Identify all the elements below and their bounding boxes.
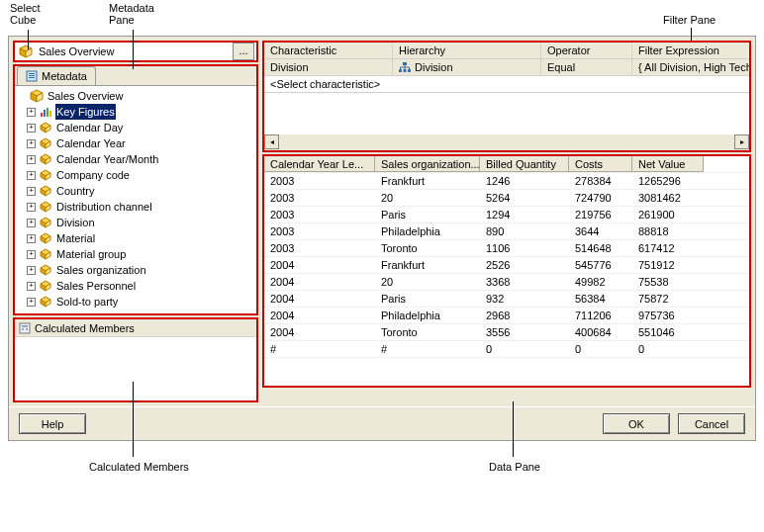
data-header-cell[interactable]: Costs [569,156,632,172]
filter-cell-expression[interactable]: { All Division, High Tech } [632,59,749,75]
data-cell: 751912 [632,257,704,273]
expand-icon[interactable]: + [27,234,36,243]
filter-cell-operator[interactable]: Equal [541,59,632,75]
scroll-right-icon[interactable]: ▸ [734,134,749,149]
data-row[interactable]: 2004Frankfurt2526545776751912 [264,257,749,274]
expand-icon[interactable]: + [27,171,36,180]
expand-icon[interactable]: + [27,155,36,164]
expand-icon[interactable]: + [27,266,36,275]
anno-select-cube: Select Cube [10,2,41,26]
data-row[interactable]: 20042033684998275538 [264,274,749,291]
calc-icon [19,322,31,334]
expand-icon[interactable]: + [27,187,36,196]
expand-icon[interactable]: + [27,250,36,259]
tree-item[interactable]: +Calendar Day [17,120,254,135]
filter-cell-hierarchy[interactable]: Division [393,59,541,75]
filter-placeholder-row[interactable]: <Select characteristic> [264,76,749,93]
scroll-left-icon[interactable]: ◂ [264,134,279,149]
cancel-button[interactable]: Cancel [678,413,745,434]
filter-row[interactable]: Division Division Equal { All Division, … [264,59,749,76]
tree-item[interactable]: +Company code [17,167,254,183]
data-cell: Paris [375,207,480,222]
data-header-cell[interactable]: Sales organization... [375,156,480,172]
data-row[interactable]: 2003Paris1294219756261900 [264,207,749,223]
expand-icon[interactable]: + [27,282,36,291]
data-row[interactable]: 20032052647247903081462 [264,190,749,207]
anno-filter-pane: Filter Pane [663,14,716,26]
data-row[interactable]: 2004Paris9325638475872 [264,291,749,308]
dimension-icon [39,136,52,150]
data-cell: 2003 [264,223,375,239]
tree-item[interactable]: +Calendar Year [17,135,254,151]
data-cell: 2004 [264,274,375,290]
data-cell: 75872 [632,291,704,307]
tree-item[interactable]: +Sold-to party [17,294,254,310]
tab-metadata[interactable]: Metadata [17,66,96,85]
calc-header-label: Calculated Members [35,322,135,334]
tree-item-label: Sold-to party [55,294,119,310]
measure-icon [39,105,52,119]
svg-rect-5 [29,75,35,76]
data-pane: Calendar Year Le...Sales organization...… [262,154,751,388]
tree-item-label: Calendar Year/Month [55,151,159,167]
data-header-cell[interactable]: Calendar Year Le... [264,156,375,172]
data-cell: 545776 [569,257,632,273]
data-cell: 711206 [569,308,632,323]
browse-button[interactable]: ... [233,43,254,60]
data-row[interactable]: 2004Philadelphia2968711206975736 [264,308,749,324]
expand-icon[interactable]: + [27,139,36,148]
dimension-icon [39,200,52,214]
expand-icon[interactable]: + [27,203,36,212]
data-cell: 975736 [632,308,704,323]
data-row[interactable]: 2004Toronto3556400684551046 [264,324,749,341]
data-cell: 1246 [480,173,569,189]
expand-icon[interactable]: + [27,219,36,227]
tree-item[interactable]: +Country [17,183,254,199]
anno-data-pane: Data Pane [489,461,540,473]
help-button[interactable]: Help [19,413,86,434]
bottom-annotations: Calculated Members Data Pane [0,441,764,477]
filter-header-expression[interactable]: Filter Expression [632,43,749,58]
tree-item[interactable]: +Distribution channel [17,199,254,215]
svg-rect-12 [47,108,48,117]
tree-item[interactable]: +Sales organization [17,262,254,278]
data-row[interactable]: ##000 [264,341,749,358]
tree-item-label: Calendar Day [55,120,124,135]
data-row[interactable]: 2003Frankfurt12462783841265296 [264,173,749,190]
cube-icon [30,89,44,103]
filter-placeholder[interactable]: <Select characteristic> [264,76,386,92]
svg-rect-55 [399,69,402,72]
filter-cell-characteristic[interactable]: Division [264,59,393,75]
data-cell: Frankfurt [375,257,480,273]
data-cell: 5264 [480,190,569,206]
data-row[interactable]: 2003Toronto1106514648617412 [264,240,749,257]
data-header-cell[interactable]: Net Value [632,156,704,172]
data-row[interactable]: 2003Philadelphia890364488818 [264,223,749,240]
anno-metadata-pane: Metadata Pane [109,2,154,26]
svg-rect-53 [26,328,28,330]
expand-icon[interactable]: + [27,298,36,307]
data-cell: 1294 [480,207,569,222]
filter-header-hierarchy[interactable]: Hierarchy [393,43,541,58]
tree-item[interactable]: +Division [17,215,254,230]
expand-icon[interactable]: + [27,124,36,133]
svg-rect-50 [20,323,30,333]
tree-item[interactable]: +Material group [17,246,254,262]
filter-header-operator[interactable]: Operator [541,43,632,58]
tree-item[interactable]: +Sales Personnel [17,278,254,294]
tree-item[interactable]: +Calendar Year/Month [17,151,254,167]
tree-item[interactable]: +Material [17,230,254,246]
ok-button[interactable]: OK [603,413,670,434]
filter-header-characteristic[interactable]: Characteristic [264,43,393,58]
tree-root[interactable]: Sales Overview [17,88,254,104]
filter-scrollbar[interactable]: ◂ ▸ [264,134,749,150]
data-cell: 0 [480,341,569,357]
metadata-tree[interactable]: Sales Overview+Key Figures+Calendar Day+… [15,86,256,313]
dimension-icon [39,263,52,277]
tree-item[interactable]: +Key Figures [17,104,254,120]
data-cell: 278384 [569,173,632,189]
expand-icon[interactable]: + [27,108,36,117]
tree-item-label: Material group [55,246,127,262]
tree-item-label: Division [55,215,96,230]
data-header-cell[interactable]: Billed Quantity [480,156,569,172]
